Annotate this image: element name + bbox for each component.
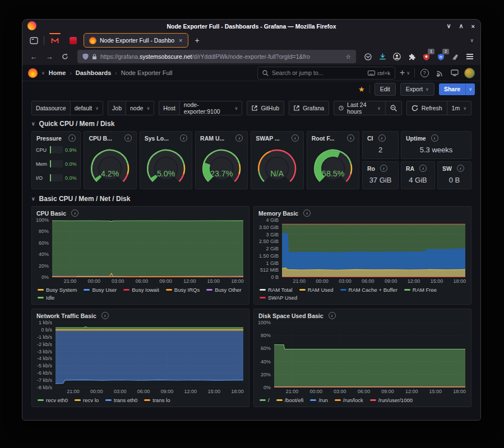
bookmark-star-icon[interactable]: ☆	[345, 53, 351, 60]
legend-swatch	[299, 289, 306, 291]
account-icon[interactable]	[391, 50, 403, 63]
info-icon[interactable]	[180, 134, 187, 142]
panel-title: RAM U...	[200, 135, 224, 142]
info-icon[interactable]	[431, 134, 438, 142]
share-button[interactable]: Share	[439, 83, 465, 95]
time-range-button[interactable]: Last 24 hours∨	[334, 101, 385, 115]
pinned-tab-red[interactable]	[66, 34, 80, 46]
info-icon[interactable]	[292, 134, 299, 142]
pocket-icon[interactable]	[362, 50, 374, 63]
legend-item[interactable]: Busy Iowait	[123, 287, 159, 293]
legend-swatch	[310, 399, 316, 401]
time-picker-group: Last 24 hours∨	[334, 101, 402, 115]
legend-item[interactable]: /	[260, 397, 270, 403]
add-button[interactable]: +∨	[399, 67, 410, 78]
plot-area[interactable]	[56, 323, 243, 388]
legend-item[interactable]: /run/lock	[335, 397, 363, 403]
legend-item[interactable]: RAM Free	[404, 287, 437, 293]
info-icon[interactable]	[124, 134, 132, 142]
refresh-interval-button[interactable]: 1m∨	[447, 101, 471, 115]
tab-close-icon[interactable]: ×	[179, 37, 182, 44]
user-avatar[interactable]	[464, 68, 475, 78]
info-icon[interactable]	[303, 209, 311, 217]
share-chevron-button[interactable]: ∨	[465, 83, 475, 95]
extension-blue-icon[interactable]: 2	[434, 50, 447, 63]
info-icon[interactable]	[419, 165, 427, 172]
url-bar[interactable]: https://grafana.systemsobscure.net/d/rYd…	[77, 50, 356, 63]
plot-area[interactable]	[282, 220, 465, 277]
job-picker[interactable]: Job node∨	[108, 101, 154, 115]
window-titlebar[interactable]: Node Exporter Full - Dashboards - Grafan…	[22, 20, 480, 32]
plot-area[interactable]	[274, 323, 465, 388]
legend-item[interactable]: trans eth0	[105, 397, 137, 403]
forward-button[interactable]: →	[43, 50, 56, 63]
legend-item[interactable]: SWAP Used	[260, 295, 297, 301]
favorite-star-icon[interactable]: ★	[358, 85, 365, 94]
breadcrumb-dashboards[interactable]: Dashboards	[76, 69, 112, 76]
github-link-button[interactable]: GitHub	[247, 101, 284, 115]
info-icon[interactable]	[380, 165, 387, 172]
window-maximize-button[interactable]: ∧	[459, 22, 464, 30]
info-icon[interactable]	[347, 134, 354, 142]
window-close-button[interactable]: ×	[471, 23, 475, 30]
legend-item[interactable]: recv eth0	[38, 397, 68, 403]
info-icon[interactable]	[329, 312, 336, 319]
info-icon[interactable]	[71, 209, 78, 217]
new-tab-button[interactable]: +	[192, 36, 203, 45]
active-tab[interactable]: Node Exporter Full - Dashbo ×	[84, 33, 188, 48]
lock-icon	[92, 54, 97, 60]
export-button[interactable]: Export∨	[400, 83, 434, 96]
legend-item[interactable]: /boot/efi	[276, 397, 304, 403]
extension-red-icon[interactable]: 1	[420, 50, 432, 63]
extensions-icon[interactable]	[405, 50, 418, 63]
legend-item[interactable]: Busy Other	[206, 287, 242, 293]
info-icon[interactable]	[101, 312, 109, 319]
help-icon[interactable]: ?	[419, 67, 430, 78]
news-rss-icon[interactable]	[434, 67, 445, 78]
legend-item[interactable]: RAM Cache + Buffer	[340, 287, 397, 293]
legend-item[interactable]: RAM Used	[299, 287, 334, 293]
reload-button[interactable]	[58, 50, 72, 63]
legend-item[interactable]: /run/user/1000	[370, 397, 413, 403]
gauge: N/A	[251, 143, 303, 189]
legend-item[interactable]: Busy User	[84, 287, 117, 293]
org-chevron-icon[interactable]: ∨	[41, 71, 45, 76]
menu-icon[interactable]	[464, 50, 476, 63]
legend-item[interactable]: /run	[310, 397, 327, 403]
section-quick-cpu-mem-disk[interactable]: ∨ Quick CPU / Mem / Disk	[31, 120, 471, 128]
section-basic-cpu-mem-net-disk[interactable]: ∨ Basic CPU / Mem / Net / Disk	[31, 195, 471, 203]
back-button[interactable]: ←	[27, 50, 40, 63]
refresh-button[interactable]: Refresh	[407, 101, 447, 115]
charts-grid: CPU Basic 0%20%40%60%80%100% 21:0000:000…	[31, 206, 471, 407]
plot-area[interactable]	[52, 220, 243, 277]
downloads-icon[interactable]	[376, 50, 389, 63]
grafana-logo-icon[interactable]	[28, 68, 38, 78]
legend-item[interactable]: RAM Total	[260, 287, 293, 293]
search-placeholder: Search or jump to...	[272, 69, 323, 76]
extension-gray-icon[interactable]	[449, 50, 461, 63]
pinned-tab-gmail[interactable]	[48, 34, 62, 46]
info-icon[interactable]	[235, 134, 243, 142]
firefox-view-icon[interactable]	[27, 35, 40, 46]
tab-title: Node Exporter Full - Dashbo	[100, 37, 174, 44]
gmail-icon	[51, 38, 59, 44]
zoom-out-button[interactable]	[385, 101, 401, 115]
search-input[interactable]: Search or jump to... ctrl+k	[257, 67, 395, 80]
legend-item[interactable]: trans lo	[144, 397, 170, 403]
datasource-picker[interactable]: Datasource default∨	[31, 101, 103, 115]
rootfs-used-gauge-panel: Root F... 58.5%	[307, 131, 359, 189]
edit-button[interactable]: Edit	[374, 83, 396, 96]
legend-item[interactable]: Idle	[38, 295, 54, 301]
host-picker[interactable]: Host node-exporter:9100∨	[159, 101, 242, 115]
info-icon[interactable]	[457, 165, 464, 172]
list-tabs-chevron-icon[interactable]: ∨	[470, 38, 476, 43]
display-icon[interactable]	[449, 67, 460, 78]
legend-item[interactable]: recv lo	[75, 397, 99, 403]
legend-item[interactable]: Busy IRQs	[166, 287, 200, 293]
info-icon[interactable]	[378, 134, 386, 142]
breadcrumb-home[interactable]: Home	[49, 69, 66, 76]
info-icon[interactable]	[68, 134, 76, 142]
window-minimize-button[interactable]: ∨	[446, 22, 451, 30]
legend-item[interactable]: Busy System	[38, 287, 77, 293]
grafana-link-button[interactable]: Grafana	[289, 101, 329, 115]
